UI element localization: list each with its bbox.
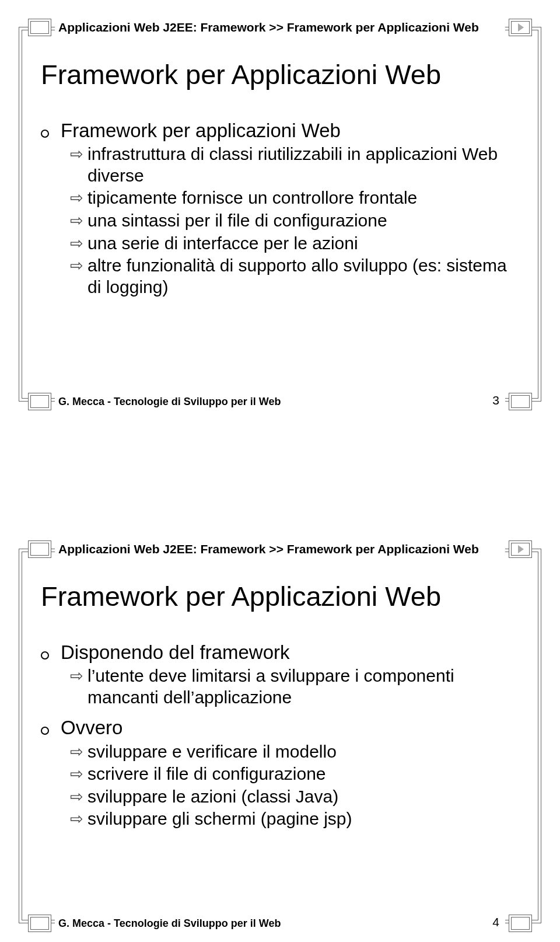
- bullet-text: Framework per applicazioni Web: [61, 119, 519, 142]
- footer-text: G. Mecca - Tecnologie di Sviluppo per il…: [58, 396, 281, 408]
- footer-ornament-left: [28, 393, 51, 410]
- bullet-text: una sintassi per il file di configurazio…: [88, 210, 519, 232]
- page-number: 3: [490, 393, 502, 407]
- bullet-level1: Ovvero: [41, 716, 519, 739]
- footer-ornament-right: [509, 393, 532, 410]
- header-ornament-left: [28, 540, 51, 558]
- bullet-level2: ⇨una sintassi per il file di configurazi…: [70, 210, 519, 232]
- breadcrumb: Applicazioni Web J2EE: Framework >> Fram…: [55, 17, 505, 38]
- bullet-text: sviluppare le azioni (classi Java): [88, 786, 519, 808]
- arrow-icon: ⇨: [70, 810, 88, 829]
- bullet-level2: ⇨sviluppare gli schermi (pagine jsp): [70, 808, 519, 830]
- bullet-text: infrastruttura di classi riutilizzabili …: [88, 144, 519, 186]
- slide-body: Framework per applicazioni Web ⇨infrastr…: [41, 111, 519, 298]
- page-number: 4: [490, 915, 502, 929]
- slide-body: Disponendo del framework ⇨l’utente deve …: [41, 633, 519, 830]
- bullet-text: sviluppare e verificare il modello: [88, 741, 519, 763]
- bullet-level2: ⇨scrivere il file di configurazione: [70, 763, 519, 785]
- arrow-icon: ⇨: [70, 211, 88, 231]
- breadcrumb: Applicazioni Web J2EE: Framework >> Fram…: [55, 539, 505, 560]
- bullet-level2: ⇨sviluppare le azioni (classi Java): [70, 786, 519, 808]
- bullet-text: una serie di interfacce per le azioni: [88, 233, 519, 254]
- bullet-level2: ⇨l’utente deve limitarsi a sviluppare i …: [70, 665, 519, 708]
- bullet-text: l’utente deve limitarsi a sviluppare i c…: [88, 665, 519, 708]
- bullet-level2: ⇨sviluppare e verificare il modello: [70, 741, 519, 763]
- bullet-text: Disponendo del framework: [61, 641, 519, 664]
- bullet-text: Ovvero: [61, 716, 519, 739]
- bullet-level2: ⇨tipicamente fornisce un controllore fro…: [70, 187, 519, 209]
- next-slide-button[interactable]: [509, 540, 532, 558]
- bullet-text: scrivere il file di configurazione: [88, 763, 519, 785]
- footer-ornament-right: [509, 915, 532, 932]
- bullet-text: altre funzionalità di supporto allo svil…: [88, 255, 519, 298]
- slide: Applicazioni Web J2EE: Framework >> Fram…: [0, 522, 560, 942]
- arrow-icon: ⇨: [70, 787, 88, 807]
- arrow-icon: ⇨: [70, 667, 88, 686]
- footer-ornament-left: [28, 915, 51, 932]
- slide-footer: G. Mecca - Tecnologie di Sviluppo per il…: [55, 913, 505, 934]
- bullet-level2: ⇨infrastruttura di classi riutilizzabili…: [70, 144, 519, 186]
- bullet-level2: ⇨altre funzionalità di supporto allo svi…: [70, 255, 519, 298]
- bullet-level1: Framework per applicazioni Web: [41, 119, 519, 142]
- slide-footer: G. Mecca - Tecnologie di Sviluppo per il…: [55, 391, 505, 412]
- next-slide-button[interactable]: [509, 19, 532, 36]
- breadcrumb-text: Applicazioni Web J2EE: Framework >> Fram…: [58, 542, 479, 556]
- arrow-icon: ⇨: [70, 765, 88, 784]
- play-icon: [518, 23, 524, 32]
- arrow-icon: ⇨: [70, 189, 88, 208]
- bullet-text: sviluppare gli schermi (pagine jsp): [88, 808, 519, 830]
- play-icon: [518, 545, 524, 553]
- bullet-icon: [41, 121, 61, 143]
- slide-title: Framework per Applicazioni Web: [41, 580, 519, 612]
- bullet-level1: Disponendo del framework: [41, 641, 519, 664]
- header-ornament-left: [28, 19, 51, 36]
- arrow-icon: ⇨: [70, 256, 88, 275]
- arrow-icon: ⇨: [70, 234, 88, 253]
- breadcrumb-text: Applicazioni Web J2EE: Framework >> Fram…: [58, 20, 479, 34]
- arrow-icon: ⇨: [70, 742, 88, 762]
- slide-title: Framework per Applicazioni Web: [41, 58, 519, 90]
- bullet-icon: [41, 718, 61, 740]
- bullet-level2: ⇨una serie di interfacce per le azioni: [70, 233, 519, 254]
- bullet-text: tipicamente fornisce un controllore fron…: [88, 187, 519, 209]
- bullet-icon: [41, 643, 61, 665]
- arrow-icon: ⇨: [70, 145, 88, 164]
- footer-text: G. Mecca - Tecnologie di Sviluppo per il…: [58, 917, 281, 930]
- slide: Applicazioni Web J2EE: Framework >> Fram…: [0, 0, 560, 420]
